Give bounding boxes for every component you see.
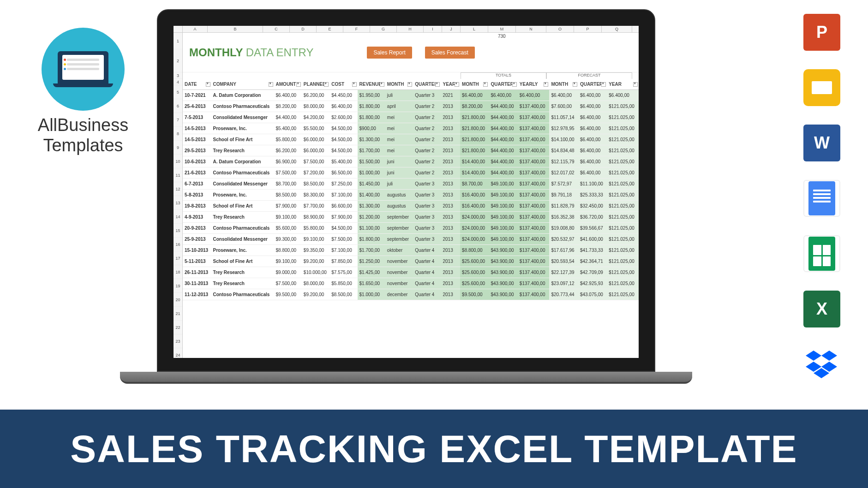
logo-icon [42, 28, 125, 111]
column-letter-headers: ABCDEFGHIJLMNOPQ [174, 26, 639, 33]
table-row[interactable]: 10-7-2021A. Datum Corporation$6.400,00$6… [183, 90, 639, 101]
column-header[interactable]: COMPANY [211, 79, 274, 90]
column-header[interactable]: AMOUNT [274, 79, 302, 90]
sales-forecast-button[interactable]: Sales Forecast [425, 47, 475, 59]
column-header[interactable]: MONTH [549, 79, 578, 90]
filter-dropdown-icon[interactable] [455, 82, 459, 87]
data-table: DATECOMPANYAMOUNTPLANNEDCOSTREVENUEMONTH… [183, 79, 639, 300]
totals-group-header: TOTALS [461, 72, 546, 79]
table-row[interactable]: 30-11-2013Trey Research$7.500,00$8.000,0… [183, 278, 639, 289]
laptop-mockup: ABCDEFGHIJLMNOPQ 12345678910111213141516… [157, 9, 655, 384]
table-row[interactable]: 14-5-2013School of Fine Art$5.800,00$6.0… [183, 134, 639, 145]
cell-j1-value: 730 [498, 34, 506, 39]
filter-dropdown-icon[interactable] [512, 82, 517, 87]
table-row[interactable]: 19-8-2013School of Fine Art$7.900,00$7.7… [183, 201, 639, 212]
column-header[interactable]: QUARTER [413, 79, 441, 90]
column-header[interactable]: QUARTER [578, 79, 607, 90]
bottom-banner: SALES TRACKING EXCEL TEMPLATE [0, 410, 868, 488]
table-row[interactable]: 7-5-2013Consolidated Messenger$4.400,00$… [183, 112, 639, 123]
table-row[interactable]: 21-6-2013Contoso Pharmaceuticals$7.500,0… [183, 167, 639, 179]
row-number-headers: 123456789101112131415161718192021222324 [174, 33, 183, 358]
excel-icon: X [803, 291, 840, 327]
table-row[interactable]: 4-9-2013Trey Research$9.100,00$8.900,00$… [183, 212, 639, 223]
logo-text-2: Templates [28, 136, 138, 156]
forecast-group-header: FORECAST [546, 72, 632, 79]
filter-dropdown-icon[interactable] [435, 82, 440, 87]
google-docs-icon [803, 180, 840, 217]
brand-logo: AllBusiness Templates [28, 28, 138, 155]
table-row[interactable]: 14-5-2013Proseware, Inc.$5.400,00$5.500,… [183, 123, 639, 134]
powerpoint-icon: P [803, 14, 840, 51]
table-row[interactable]: 5-11-2013School of Fine Art$9.100,00$9.2… [183, 256, 639, 267]
table-row[interactable]: 15-10-2013Proseware, Inc.$8.800,00$9.350… [183, 245, 639, 256]
sheet-title: MONTHLY DATA ENTRY [189, 46, 313, 59]
sales-report-button[interactable]: Sales Report [367, 47, 412, 59]
table-row[interactable]: 10-6-2013A. Datum Corporation$6.900,00$7… [183, 156, 639, 167]
group-header-row: TOTALS FORECAST [183, 72, 639, 79]
filter-dropdown-icon[interactable] [380, 82, 384, 87]
column-header[interactable]: COST [329, 79, 357, 90]
column-header[interactable]: REVENUE [358, 79, 385, 90]
filter-dropdown-icon[interactable] [633, 82, 638, 87]
column-header[interactable]: MONTH [385, 79, 413, 90]
google-sheets-icon [803, 235, 840, 272]
filter-dropdown-icon[interactable] [544, 82, 548, 87]
table-row[interactable]: 26-11-2013Trey Research$9.000,00$10.000,… [183, 267, 639, 278]
table-row[interactable]: 25-9-2013Consolidated Messenger$9.300,00… [183, 234, 639, 245]
table-row[interactable]: 6-7-2013Consolidated Messenger$8.700,00$… [183, 179, 639, 190]
filter-dropdown-icon[interactable] [352, 82, 357, 87]
google-slides-icon [803, 69, 840, 106]
column-header[interactable]: YEARLY [518, 79, 550, 90]
column-header[interactable]: YEAR [607, 79, 639, 90]
filter-dropdown-icon[interactable] [573, 82, 577, 87]
table-row[interactable]: 29-5-2013Trey Research$6.200,00$6.000,00… [183, 145, 639, 156]
filter-dropdown-icon[interactable] [269, 82, 273, 87]
column-header[interactable]: PLANNED [302, 79, 329, 90]
svg-marker-0 [806, 351, 821, 361]
logo-text-1: AllBusiness [28, 115, 138, 136]
svg-marker-1 [821, 351, 837, 361]
app-icons-column: P W X [803, 14, 840, 383]
column-header[interactable]: DATE [183, 79, 211, 90]
column-header[interactable]: MONTH [460, 79, 489, 90]
filter-dropdown-icon[interactable] [483, 82, 488, 87]
column-header[interactable]: QUARTER [489, 79, 517, 90]
dropbox-icon [803, 346, 840, 383]
filter-dropdown-icon[interactable] [407, 82, 412, 87]
table-row[interactable]: 11-12-2013Contoso Pharmaceuticals$9.500,… [183, 289, 639, 300]
filter-dropdown-icon[interactable] [324, 82, 329, 87]
word-icon: W [803, 125, 840, 161]
table-row[interactable]: 25-4-2013Contoso Pharmaceuticals$8.200,0… [183, 101, 639, 112]
table-row[interactable]: 5-8-2013Proseware, Inc.$8.500,00$8.300,0… [183, 190, 639, 201]
column-header[interactable]: YEAR [441, 79, 460, 90]
filter-dropdown-icon[interactable] [601, 82, 606, 87]
table-row[interactable]: 20-9-2013Contoso Pharmaceuticals$5.600,0… [183, 223, 639, 234]
filter-dropdown-icon[interactable] [296, 82, 301, 87]
spreadsheet-screen: ABCDEFGHIJLMNOPQ 12345678910111213141516… [174, 26, 639, 358]
filter-dropdown-icon[interactable] [206, 82, 210, 87]
